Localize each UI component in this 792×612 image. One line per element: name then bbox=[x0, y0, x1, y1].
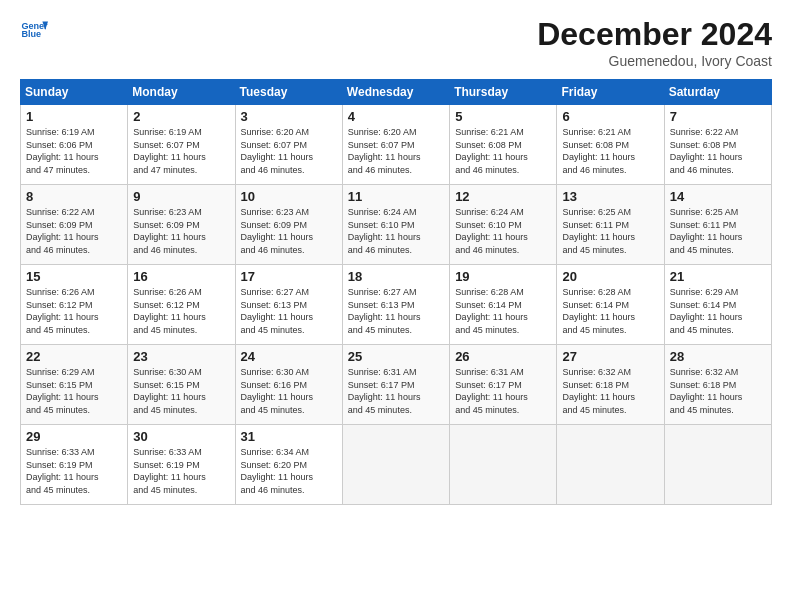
day-number: 20 bbox=[562, 269, 658, 284]
day-info: Sunrise: 6:28 AM Sunset: 6:14 PM Dayligh… bbox=[562, 286, 658, 336]
day-number: 8 bbox=[26, 189, 122, 204]
col-sunday: Sunday bbox=[21, 80, 128, 105]
day-number: 5 bbox=[455, 109, 551, 124]
calendar-page: General Blue December 2024 Guemenedou, I… bbox=[0, 0, 792, 612]
calendar-cell: 24Sunrise: 6:30 AM Sunset: 6:16 PM Dayli… bbox=[235, 345, 342, 425]
day-number: 29 bbox=[26, 429, 122, 444]
day-info: Sunrise: 6:22 AM Sunset: 6:08 PM Dayligh… bbox=[670, 126, 766, 176]
day-number: 24 bbox=[241, 349, 337, 364]
header-row: Sunday Monday Tuesday Wednesday Thursday… bbox=[21, 80, 772, 105]
calendar-cell bbox=[664, 425, 771, 505]
calendar-cell: 17Sunrise: 6:27 AM Sunset: 6:13 PM Dayli… bbox=[235, 265, 342, 345]
svg-text:Blue: Blue bbox=[21, 29, 41, 39]
calendar-cell: 20Sunrise: 6:28 AM Sunset: 6:14 PM Dayli… bbox=[557, 265, 664, 345]
day-info: Sunrise: 6:30 AM Sunset: 6:15 PM Dayligh… bbox=[133, 366, 229, 416]
day-number: 13 bbox=[562, 189, 658, 204]
day-number: 7 bbox=[670, 109, 766, 124]
col-tuesday: Tuesday bbox=[235, 80, 342, 105]
day-info: Sunrise: 6:32 AM Sunset: 6:18 PM Dayligh… bbox=[562, 366, 658, 416]
day-number: 1 bbox=[26, 109, 122, 124]
day-number: 11 bbox=[348, 189, 444, 204]
day-number: 4 bbox=[348, 109, 444, 124]
col-friday: Friday bbox=[557, 80, 664, 105]
day-info: Sunrise: 6:33 AM Sunset: 6:19 PM Dayligh… bbox=[26, 446, 122, 496]
day-number: 16 bbox=[133, 269, 229, 284]
day-info: Sunrise: 6:33 AM Sunset: 6:19 PM Dayligh… bbox=[133, 446, 229, 496]
month-title: December 2024 bbox=[537, 16, 772, 53]
day-info: Sunrise: 6:19 AM Sunset: 6:07 PM Dayligh… bbox=[133, 126, 229, 176]
calendar-week-5: 29Sunrise: 6:33 AM Sunset: 6:19 PM Dayli… bbox=[21, 425, 772, 505]
day-number: 19 bbox=[455, 269, 551, 284]
day-info: Sunrise: 6:34 AM Sunset: 6:20 PM Dayligh… bbox=[241, 446, 337, 496]
col-saturday: Saturday bbox=[664, 80, 771, 105]
day-number: 28 bbox=[670, 349, 766, 364]
calendar-cell bbox=[557, 425, 664, 505]
calendar-cell: 22Sunrise: 6:29 AM Sunset: 6:15 PM Dayli… bbox=[21, 345, 128, 425]
col-monday: Monday bbox=[128, 80, 235, 105]
calendar-cell: 30Sunrise: 6:33 AM Sunset: 6:19 PM Dayli… bbox=[128, 425, 235, 505]
day-number: 6 bbox=[562, 109, 658, 124]
calendar-cell bbox=[342, 425, 449, 505]
calendar-cell: 11Sunrise: 6:24 AM Sunset: 6:10 PM Dayli… bbox=[342, 185, 449, 265]
calendar-cell: 13Sunrise: 6:25 AM Sunset: 6:11 PM Dayli… bbox=[557, 185, 664, 265]
day-info: Sunrise: 6:19 AM Sunset: 6:06 PM Dayligh… bbox=[26, 126, 122, 176]
title-section: December 2024 Guemenedou, Ivory Coast bbox=[537, 16, 772, 69]
day-info: Sunrise: 6:21 AM Sunset: 6:08 PM Dayligh… bbox=[455, 126, 551, 176]
logo-icon: General Blue bbox=[20, 16, 48, 44]
day-info: Sunrise: 6:20 AM Sunset: 6:07 PM Dayligh… bbox=[241, 126, 337, 176]
day-number: 15 bbox=[26, 269, 122, 284]
calendar-week-3: 15Sunrise: 6:26 AM Sunset: 6:12 PM Dayli… bbox=[21, 265, 772, 345]
day-info: Sunrise: 6:24 AM Sunset: 6:10 PM Dayligh… bbox=[455, 206, 551, 256]
calendar-cell: 15Sunrise: 6:26 AM Sunset: 6:12 PM Dayli… bbox=[21, 265, 128, 345]
day-number: 21 bbox=[670, 269, 766, 284]
calendar-cell bbox=[450, 425, 557, 505]
day-number: 27 bbox=[562, 349, 658, 364]
calendar-cell: 10Sunrise: 6:23 AM Sunset: 6:09 PM Dayli… bbox=[235, 185, 342, 265]
day-info: Sunrise: 6:30 AM Sunset: 6:16 PM Dayligh… bbox=[241, 366, 337, 416]
day-info: Sunrise: 6:23 AM Sunset: 6:09 PM Dayligh… bbox=[241, 206, 337, 256]
calendar-cell: 2Sunrise: 6:19 AM Sunset: 6:07 PM Daylig… bbox=[128, 105, 235, 185]
calendar-week-1: 1Sunrise: 6:19 AM Sunset: 6:06 PM Daylig… bbox=[21, 105, 772, 185]
day-info: Sunrise: 6:22 AM Sunset: 6:09 PM Dayligh… bbox=[26, 206, 122, 256]
day-number: 14 bbox=[670, 189, 766, 204]
day-info: Sunrise: 6:25 AM Sunset: 6:11 PM Dayligh… bbox=[562, 206, 658, 256]
day-number: 18 bbox=[348, 269, 444, 284]
calendar-cell: 28Sunrise: 6:32 AM Sunset: 6:18 PM Dayli… bbox=[664, 345, 771, 425]
day-info: Sunrise: 6:29 AM Sunset: 6:15 PM Dayligh… bbox=[26, 366, 122, 416]
col-thursday: Thursday bbox=[450, 80, 557, 105]
calendar-cell: 31Sunrise: 6:34 AM Sunset: 6:20 PM Dayli… bbox=[235, 425, 342, 505]
calendar-cell: 16Sunrise: 6:26 AM Sunset: 6:12 PM Dayli… bbox=[128, 265, 235, 345]
calendar-cell: 7Sunrise: 6:22 AM Sunset: 6:08 PM Daylig… bbox=[664, 105, 771, 185]
day-info: Sunrise: 6:24 AM Sunset: 6:10 PM Dayligh… bbox=[348, 206, 444, 256]
calendar-cell: 1Sunrise: 6:19 AM Sunset: 6:06 PM Daylig… bbox=[21, 105, 128, 185]
day-number: 23 bbox=[133, 349, 229, 364]
calendar-table: Sunday Monday Tuesday Wednesday Thursday… bbox=[20, 79, 772, 505]
calendar-cell: 23Sunrise: 6:30 AM Sunset: 6:15 PM Dayli… bbox=[128, 345, 235, 425]
calendar-cell: 25Sunrise: 6:31 AM Sunset: 6:17 PM Dayli… bbox=[342, 345, 449, 425]
calendar-cell: 5Sunrise: 6:21 AM Sunset: 6:08 PM Daylig… bbox=[450, 105, 557, 185]
calendar-week-4: 22Sunrise: 6:29 AM Sunset: 6:15 PM Dayli… bbox=[21, 345, 772, 425]
calendar-cell: 6Sunrise: 6:21 AM Sunset: 6:08 PM Daylig… bbox=[557, 105, 664, 185]
calendar-cell: 8Sunrise: 6:22 AM Sunset: 6:09 PM Daylig… bbox=[21, 185, 128, 265]
day-info: Sunrise: 6:31 AM Sunset: 6:17 PM Dayligh… bbox=[348, 366, 444, 416]
calendar-cell: 12Sunrise: 6:24 AM Sunset: 6:10 PM Dayli… bbox=[450, 185, 557, 265]
calendar-cell: 9Sunrise: 6:23 AM Sunset: 6:09 PM Daylig… bbox=[128, 185, 235, 265]
day-info: Sunrise: 6:23 AM Sunset: 6:09 PM Dayligh… bbox=[133, 206, 229, 256]
day-info: Sunrise: 6:25 AM Sunset: 6:11 PM Dayligh… bbox=[670, 206, 766, 256]
location: Guemenedou, Ivory Coast bbox=[537, 53, 772, 69]
day-number: 12 bbox=[455, 189, 551, 204]
col-wednesday: Wednesday bbox=[342, 80, 449, 105]
calendar-cell: 29Sunrise: 6:33 AM Sunset: 6:19 PM Dayli… bbox=[21, 425, 128, 505]
day-info: Sunrise: 6:28 AM Sunset: 6:14 PM Dayligh… bbox=[455, 286, 551, 336]
day-info: Sunrise: 6:20 AM Sunset: 6:07 PM Dayligh… bbox=[348, 126, 444, 176]
day-number: 10 bbox=[241, 189, 337, 204]
logo: General Blue bbox=[20, 16, 48, 44]
calendar-cell: 14Sunrise: 6:25 AM Sunset: 6:11 PM Dayli… bbox=[664, 185, 771, 265]
calendar-cell: 27Sunrise: 6:32 AM Sunset: 6:18 PM Dayli… bbox=[557, 345, 664, 425]
day-info: Sunrise: 6:29 AM Sunset: 6:14 PM Dayligh… bbox=[670, 286, 766, 336]
day-number: 25 bbox=[348, 349, 444, 364]
day-info: Sunrise: 6:32 AM Sunset: 6:18 PM Dayligh… bbox=[670, 366, 766, 416]
calendar-cell: 4Sunrise: 6:20 AM Sunset: 6:07 PM Daylig… bbox=[342, 105, 449, 185]
day-number: 2 bbox=[133, 109, 229, 124]
day-number: 22 bbox=[26, 349, 122, 364]
